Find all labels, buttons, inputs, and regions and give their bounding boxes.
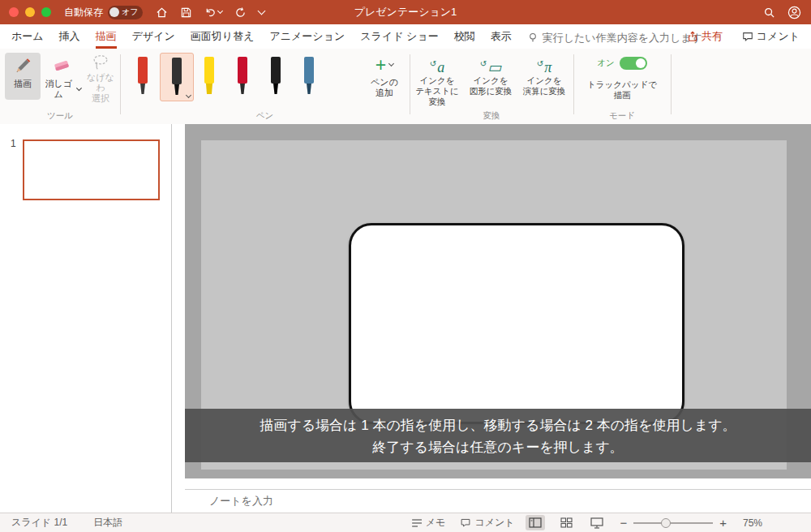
minimize-window-button[interactable]: [25, 7, 35, 17]
notes-toggle-button[interactable]: メモ: [411, 516, 446, 530]
zoom-slider-track: [633, 522, 713, 524]
slide-number: 1: [11, 138, 16, 149]
zoom-slider-knob[interactable]: [661, 518, 671, 528]
comments-label: コメント: [757, 29, 800, 44]
lasso-select-button[interactable]: なげなわ 選択: [83, 53, 118, 100]
slides-panel: 1: [0, 124, 172, 513]
toast-line-1: 描画する場合は 1 本の指を使用し、移動する場合は 2 本の指を使用します。: [185, 414, 811, 436]
pencil-icon: [13, 53, 32, 79]
trackpad-toggle-state: オン: [597, 58, 615, 69]
ink-to-math-icon: ↺π: [537, 54, 551, 75]
language-indicator: 日本語: [93, 516, 122, 530]
comments-pane-button[interactable]: コメント: [460, 516, 514, 530]
draw-tool-button[interactable]: 描画: [5, 53, 41, 100]
customize-toolbar-chevron-icon[interactable]: [258, 7, 266, 15]
lasso-label: なげなわ 選択: [83, 72, 118, 104]
group-separator: [671, 54, 672, 114]
ink-to-math-button[interactable]: ↺π インクを 演算に変換: [518, 54, 570, 97]
undo-button[interactable]: [204, 6, 222, 19]
eraser-button[interactable]: 消しゴム: [42, 53, 81, 100]
pen-black-marker[interactable]: [260, 53, 292, 100]
title-bar: 自動保存 オフ プレゼンテーション1: [0, 0, 811, 24]
tab-design[interactable]: デザイン: [132, 24, 175, 49]
pen-icon: [200, 56, 218, 97]
autosave-toggle[interactable]: 自動保存 オフ: [64, 6, 143, 19]
autosave-pill: オフ: [108, 6, 143, 19]
normal-view-icon: [529, 517, 542, 528]
tab-transitions[interactable]: 画面切り替え: [191, 24, 255, 49]
notes-toggle-label: メモ: [426, 516, 446, 530]
share-label: 共有: [702, 29, 723, 44]
lightbulb-icon: [527, 32, 539, 44]
autosave-state: オフ: [122, 6, 138, 18]
pen-yellow-highlighter[interactable]: [193, 53, 225, 100]
zoom-out-button[interactable]: −: [620, 516, 627, 530]
tab-view[interactable]: 表示: [491, 24, 512, 49]
zoom-percentage[interactable]: 75%: [736, 517, 762, 529]
ink-to-text-button[interactable]: ↺a インクを テキストに変換: [411, 54, 463, 107]
slide-canvas-area[interactable]: 描画する場合は 1 本の指を使用し、移動する場合は 2 本の指を使用します。 終…: [185, 124, 811, 478]
pen-icon: [300, 56, 318, 97]
search-icon[interactable]: [763, 6, 775, 19]
display-icon: [590, 517, 603, 529]
slide-sorter-view-button[interactable]: [556, 515, 576, 530]
undo-chevron-icon[interactable]: [217, 8, 223, 14]
tab-insert[interactable]: 挿入: [59, 24, 80, 49]
zoom-slider[interactable]: [633, 517, 713, 529]
close-window-button[interactable]: [9, 7, 19, 17]
slideshow-view-button[interactable]: [587, 515, 607, 530]
toast-line-2: 終了する場合は任意のキーを押します。: [185, 436, 811, 458]
notes-icon: [411, 518, 423, 528]
comments-button[interactable]: コメント: [742, 29, 800, 44]
save-icon[interactable]: [180, 6, 192, 19]
tools-group-label: ツール: [0, 110, 120, 122]
status-bar: スライド 1/1 日本語 メモ コメント −: [0, 513, 811, 532]
autosave-knob: [109, 7, 119, 17]
eraser-chevron-icon[interactable]: [76, 85, 82, 91]
group-pens: + ペンの 追加 ペン: [120, 49, 410, 124]
ink-rounded-rectangle[interactable]: [349, 223, 684, 424]
trackpad-draw-toggle[interactable]: [620, 57, 647, 70]
ribbon-tabs: ホーム 挿入 描画 デザイン 画面切り替え アニメーション スライド ショー 校…: [0, 24, 811, 49]
tab-home[interactable]: ホーム: [11, 24, 44, 49]
tab-slideshow[interactable]: スライド ショー: [360, 24, 438, 49]
tab-animations[interactable]: アニメーション: [269, 24, 345, 49]
add-pen-button[interactable]: + ペンの 追加: [363, 53, 406, 98]
ink-to-shape-button[interactable]: ↺▭ インクを 図形に変換: [465, 54, 517, 97]
normal-view-button[interactable]: [526, 515, 545, 530]
pen-options-chevron-icon[interactable]: [186, 92, 191, 98]
tab-review[interactable]: 校閲: [454, 24, 475, 49]
toggle-knob: [636, 58, 646, 68]
share-button[interactable]: 共有: [687, 29, 723, 44]
tab-draw[interactable]: 描画: [96, 24, 117, 49]
pen-black-fine-selected[interactable]: [160, 53, 194, 101]
zoom-window-button[interactable]: [41, 7, 51, 17]
slide-thumbnail[interactable]: [23, 139, 160, 200]
redo-icon[interactable]: [234, 6, 247, 19]
eraser-label: 消しゴム: [42, 79, 75, 100]
home-icon[interactable]: [156, 6, 168, 19]
ink-to-math-label: インクを 演算に変換: [523, 75, 566, 97]
ink-to-shape-icon: ↺▭: [480, 54, 501, 75]
group-tools: 描画 消しゴム なげなわ 選択 ツール: [0, 49, 120, 124]
account-icon[interactable]: [787, 6, 801, 19]
ink-to-text-label: インクを テキストに変換: [411, 75, 463, 107]
ink-to-text-icon: ↺a: [430, 54, 444, 75]
drawing-hint-toast: 描画する場合は 1 本の指を使用し、移動する場合は 2 本の指を使用します。 終…: [185, 409, 811, 462]
pen-red-fine[interactable]: [127, 53, 159, 100]
comments-pane-label: コメント: [474, 516, 514, 530]
draw-tool-label: 描画: [14, 79, 32, 89]
pen-icon: [234, 56, 251, 97]
zoom-in-button[interactable]: +: [719, 516, 727, 530]
lasso-icon: [91, 53, 110, 72]
add-pen-chevron-icon: [388, 61, 394, 66]
pen-galaxy[interactable]: [293, 53, 325, 100]
tell-me-box[interactable]: 実行したい作業内容を入力します: [527, 24, 702, 49]
eraser-icon: [52, 53, 71, 79]
pens-group-label: ペン: [120, 110, 410, 122]
trackpad-draw-label: トラックパッドで 描画: [573, 79, 671, 101]
grid-view-icon: [560, 517, 573, 528]
notes-input[interactable]: ノートを入力: [185, 489, 811, 513]
pen-icon: [134, 56, 152, 97]
pen-red-marker[interactable]: [226, 53, 259, 100]
